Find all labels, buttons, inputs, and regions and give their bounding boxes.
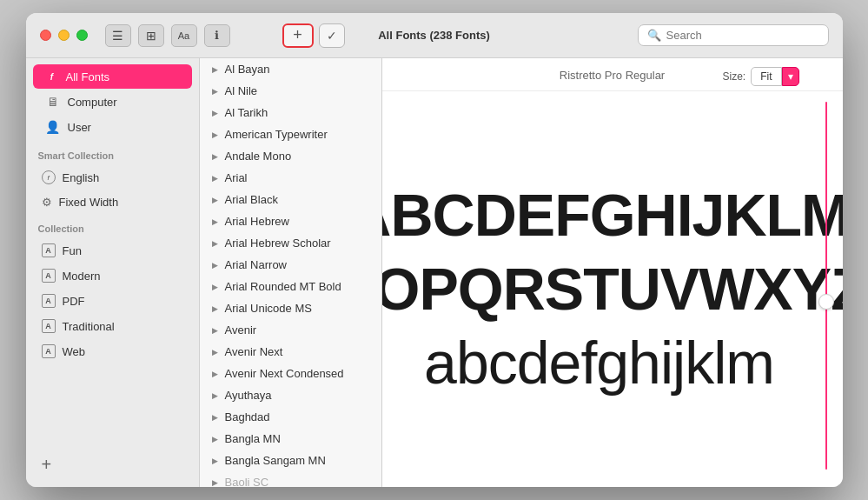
size-slider-track <box>824 102 829 470</box>
sidebar-item-all-fonts[interactable]: f All Fonts <box>33 64 192 89</box>
font-list-item[interactable]: ▶Arial Rounded MT Bold <box>200 276 381 297</box>
font-list-item[interactable]: ▶Bangla Sangam MN <box>200 450 381 471</box>
chevron-icon: ▶ <box>212 435 218 443</box>
sidebar-item-fun[interactable]: A Fun <box>30 238 195 263</box>
sidebar-item-label: Web <box>63 345 86 358</box>
smart-collection-header: Smart Collection <box>26 142 199 164</box>
sidebar-bottom: + <box>26 443 199 487</box>
font-name-label: Avenir <box>225 323 257 337</box>
user-icon: 👤 <box>45 120 61 134</box>
font-name-label: Baoli SC <box>225 476 269 487</box>
chevron-icon: ▶ <box>212 87 218 96</box>
gear-icon: ⚙ <box>42 196 52 209</box>
font-list: ▶Al Bayan▶Al Nile▶Al Tarikh▶American Typ… <box>200 58 381 487</box>
font-name-label: American Typewriter <box>225 128 328 141</box>
chevron-icon: ▶ <box>212 239 218 248</box>
size-label: Size: <box>722 70 745 83</box>
font-list-item[interactable]: ▶Arial Narrow <box>200 254 381 276</box>
preview-uppercase-line2: NOPQRSTUVWXYZ <box>382 257 843 322</box>
sidebar-item-web[interactable]: A Web <box>30 339 195 363</box>
preview-lowercase-line: abcdefghijklm <box>424 330 774 396</box>
chevron-icon: ▶ <box>212 304 218 313</box>
computer-icon: 🖥 <box>45 95 61 109</box>
font-name-label: Arial <box>225 171 248 184</box>
search-input[interactable] <box>666 29 819 42</box>
sidebar-item-modern[interactable]: A Modern <box>30 263 195 288</box>
sidebar-toggle-button[interactable]: ☰ <box>105 24 131 47</box>
size-dropdown-button[interactable]: ▾ <box>782 67 799 86</box>
search-icon: 🔍 <box>647 29 661 42</box>
font-list-item[interactable]: ▶Ayuthaya <box>200 384 381 406</box>
traditional-collection-icon: A <box>42 319 56 333</box>
search-bar[interactable]: 🔍 <box>638 24 829 46</box>
sidebar-item-fixed-width[interactable]: ⚙ Fixed Width <box>30 190 195 214</box>
grid-view-button[interactable]: ⊞ <box>138 24 164 47</box>
chevron-icon: ▶ <box>212 174 218 183</box>
preview-uppercase-line1: ABCDEFGHIJKLM <box>382 183 843 248</box>
font-name-label: Al Bayan <box>225 63 270 76</box>
font-preview-button[interactable]: Aa <box>171 24 197 47</box>
info-button[interactable]: ℹ <box>204 24 230 47</box>
chevron-icon: ▶ <box>212 109 218 117</box>
font-name-label: Arial Unicode MS <box>225 302 312 315</box>
add-button[interactable]: + <box>282 23 314 48</box>
font-list-item[interactable]: ▶American Typewriter <box>200 123 381 145</box>
font-list-item[interactable]: ▶Baoli SC <box>200 471 381 487</box>
check-button[interactable]: ✓ <box>319 23 345 48</box>
chevron-icon: ▶ <box>212 130 218 139</box>
chevron-icon: ▶ <box>212 261 218 270</box>
minimize-button[interactable] <box>58 30 70 41</box>
font-list-item[interactable]: ▶Arial <box>200 167 381 189</box>
collection-header: Collection <box>26 215 199 237</box>
font-list-item[interactable]: ▶Arial Hebrew <box>200 210 381 232</box>
chevron-icon: ▶ <box>212 283 218 291</box>
size-slider-thumb[interactable] <box>818 294 834 310</box>
sidebar-item-label: Computer <box>68 96 117 109</box>
main-window: ☰ ⊞ Aa ℹ + ✓ All Fonts (238 Fonts) 🔍 f A <box>26 13 843 487</box>
size-value-button[interactable]: Fit <box>751 67 781 86</box>
font-list-item[interactable]: ▶Al Tarikh <box>200 102 381 123</box>
font-list-item[interactable]: ▶Al Nile <box>200 80 381 102</box>
font-name-label: Arial Black <box>225 193 278 206</box>
font-list-item[interactable]: ▶Andale Mono <box>200 145 381 167</box>
font-list-item[interactable]: ▶Baghdad <box>200 406 381 428</box>
sidebar-item-label: User <box>68 121 91 134</box>
font-list-item[interactable]: ▶Arial Unicode MS <box>200 297 381 319</box>
font-name-label: Arial Rounded MT Bold <box>225 280 341 293</box>
sidebar-item-label: PDF <box>63 295 85 308</box>
font-list-item[interactable]: ▶Arial Black <box>200 189 381 210</box>
close-button[interactable] <box>40 30 51 41</box>
preview-panel: Ristretto Pro Regular Size: Fit ▾ ABCDEF… <box>382 58 843 487</box>
font-list-item[interactable]: ▶Arial Hebrew Scholar <box>200 232 381 254</box>
font-list-item[interactable]: ▶Avenir Next <box>200 341 381 363</box>
sidebar-item-pdf[interactable]: A PDF <box>30 289 195 313</box>
chevron-icon: ▶ <box>212 217 218 226</box>
font-name-label: Arial Hebrew Scholar <box>225 237 331 250</box>
font-name-label: Andale Mono <box>225 150 292 163</box>
add-collection-button[interactable]: + <box>38 451 56 478</box>
font-name-label: Arial Hebrew <box>225 215 289 228</box>
sidebar-item-user[interactable]: 👤 User <box>33 115 192 139</box>
pdf-collection-icon: A <box>42 294 56 308</box>
font-name-label: Avenir Next Condensed <box>225 367 344 380</box>
font-list-item[interactable]: ▶Avenir <box>200 319 381 341</box>
window-title: All Fonts (238 Fonts) <box>378 29 490 42</box>
font-name-label: Avenir Next <box>225 345 283 358</box>
font-list-panel: ▶Al Bayan▶Al Nile▶Al Tarikh▶American Typ… <box>200 58 382 487</box>
chevron-icon: ▶ <box>212 65 218 74</box>
window-controls <box>40 30 88 41</box>
sidebar-item-label: Traditional <box>63 320 115 333</box>
collection-section: Collection A Fun A Modern A PDF A Tradit… <box>26 215 199 364</box>
font-list-item[interactable]: ▶Avenir Next Condensed <box>200 363 381 384</box>
font-list-item[interactable]: ▶Al Bayan <box>200 58 381 80</box>
font-list-item[interactable]: ▶Bangla MN <box>200 428 381 450</box>
font-name-label: Al Tarikh <box>225 106 268 119</box>
maximize-button[interactable] <box>76 30 88 41</box>
chevron-down-icon: ▾ <box>788 70 793 83</box>
sidebar-item-traditional[interactable]: A Traditional <box>30 314 195 338</box>
english-smart-icon: f <box>42 170 56 184</box>
sidebar-item-computer[interactable]: 🖥 Computer <box>33 90 192 114</box>
all-fonts-icon: f <box>45 70 59 83</box>
sidebar-item-english[interactable]: f English <box>30 165 195 190</box>
font-name-label: Bangla Sangam MN <box>225 454 326 467</box>
